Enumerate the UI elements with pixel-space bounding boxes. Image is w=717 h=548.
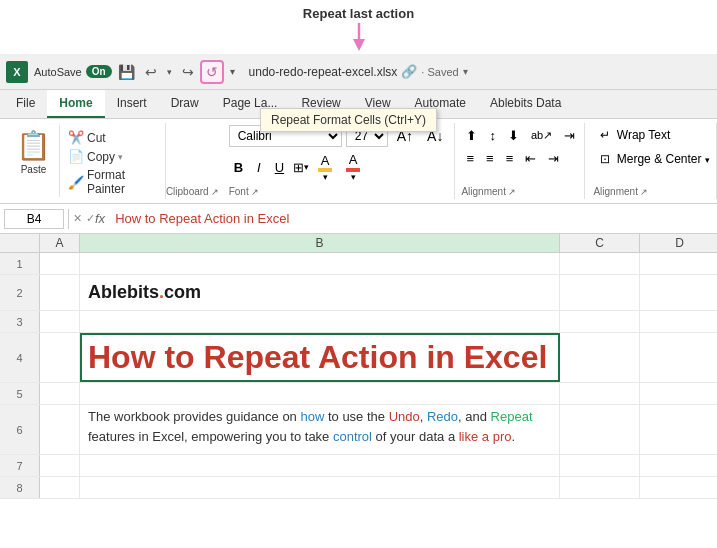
cut-button[interactable]: ✂️ Cut [66, 129, 157, 146]
cell-b2[interactable]: Ablebits.com [80, 275, 560, 310]
align-top-button[interactable]: ⬆ [461, 125, 482, 146]
font-expand-icon[interactable]: ↗ [251, 187, 259, 197]
cell-b1[interactable] [80, 253, 560, 274]
more-qa-button[interactable]: ▾ [226, 64, 239, 79]
align-center-button[interactable]: ≡ [481, 148, 499, 169]
cell-b7[interactable] [80, 455, 560, 476]
clipboard-expand-icon[interactable]: ↗ [211, 187, 219, 197]
cell-a8[interactable] [40, 477, 80, 498]
indent-dec-button[interactable]: ⇤ [520, 148, 541, 169]
cell-a6[interactable] [40, 405, 80, 454]
cell-b6[interactable]: The workbook provides guidance on how to… [80, 405, 560, 454]
save-chevron[interactable]: ▾ [463, 66, 468, 77]
redo-button[interactable]: ↪ [178, 62, 198, 82]
text-angle-button[interactable]: ab↗ [526, 126, 557, 145]
copy-icon: 📄 [68, 149, 84, 164]
col-header-c[interactable]: C [560, 234, 640, 252]
align-expand-icon[interactable]: ↗ [508, 187, 516, 197]
cell-a7[interactable] [40, 455, 80, 476]
cell-a5[interactable] [40, 383, 80, 404]
formula-input[interactable] [109, 211, 713, 226]
cell-d8[interactable] [640, 477, 717, 498]
align-bottom-button[interactable]: ⬇ [503, 125, 524, 146]
row-number: 1 [0, 253, 40, 274]
cell-c7[interactable] [560, 455, 640, 476]
cell-c4[interactable] [560, 333, 640, 382]
align-right-button[interactable]: ≡ [501, 148, 519, 169]
annotation-label: Repeat last action [0, 0, 717, 23]
copy-label: Copy [87, 150, 115, 164]
repeat-button[interactable]: ↺ [200, 60, 224, 84]
cell-d6[interactable] [640, 405, 717, 454]
clipboard-label: Clipboard [166, 186, 209, 197]
cell-reference-input[interactable] [4, 209, 64, 229]
cell-b8[interactable] [80, 477, 560, 498]
col-header-a[interactable]: A [40, 234, 80, 252]
format-painter-button[interactable]: 🖌️ Format Painter [66, 167, 157, 197]
row-number: 5 [0, 383, 40, 404]
tab-insert[interactable]: Insert [105, 90, 159, 118]
indent-increase-button[interactable]: ⇥ [559, 125, 580, 146]
fill-color-button[interactable]: A ▾ [313, 151, 337, 184]
clipboard-group: 📋 Paste ✂️ Cut 📄 Copy ▾ 🖌️ Format Painte… [0, 123, 166, 199]
col-header-d[interactable]: D [640, 234, 717, 252]
font-label: Font [229, 186, 249, 197]
fill-dropdown[interactable]: ▾ [323, 172, 328, 182]
cell-c2[interactable] [560, 275, 640, 310]
font-color-dropdown[interactable]: ▾ [351, 172, 356, 182]
paste-label: Paste [21, 164, 47, 175]
wrap-text-button[interactable]: ↵ Wrap Text [593, 125, 677, 145]
wm-expand-icon[interactable]: ↗ [640, 187, 648, 197]
copy-dropdown[interactable]: ▾ [118, 152, 123, 162]
cell-a4[interactable] [40, 333, 80, 382]
undo-button[interactable]: ↩ [141, 62, 161, 82]
cell-c1[interactable] [560, 253, 640, 274]
cell-b4[interactable]: How to Repeat Action in Excel [80, 333, 560, 382]
autosave-toggle[interactable]: On [86, 65, 112, 78]
merge-dropdown[interactable]: ▾ [705, 155, 710, 165]
italic-button[interactable]: I [252, 158, 266, 177]
cell-d1[interactable] [640, 253, 717, 274]
cell-c6[interactable] [560, 405, 640, 454]
fx-label: fx [95, 211, 105, 226]
col-header-b[interactable]: B [80, 234, 560, 252]
border-dropdown[interactable]: ▾ [304, 162, 309, 172]
tooltip: Repeat Format Cells (Ctrl+Y) [260, 108, 437, 132]
align-row2: ≡ ≡ ≡ ⇤ ⇥ [461, 148, 578, 169]
cell-a3[interactable] [40, 311, 80, 332]
align-left-button[interactable]: ≡ [461, 148, 479, 169]
cell-c3[interactable] [560, 311, 640, 332]
cell-a2[interactable] [40, 275, 80, 310]
cell-d7[interactable] [640, 455, 717, 476]
cell-b5[interactable] [80, 383, 560, 404]
cell-a1[interactable] [40, 253, 80, 274]
tooltip-text: Repeat Format Cells (Ctrl+Y) [271, 113, 426, 127]
merge-center-button[interactable]: ⊡ Merge & Center ▾ [593, 149, 716, 169]
cell-d4[interactable] [640, 333, 717, 382]
wm-group-footer: Alignment ↗ [593, 186, 708, 197]
font-color-button[interactable]: A ▾ [341, 150, 365, 184]
cell-d2[interactable] [640, 275, 717, 310]
column-headers: A B C D E [0, 234, 717, 253]
cell-d5[interactable] [640, 383, 717, 404]
tab-file[interactable]: File [4, 90, 47, 118]
align-middle-button[interactable]: ↕ [484, 125, 501, 146]
copy-button[interactable]: 📄 Copy ▾ [66, 148, 157, 165]
tab-draw[interactable]: Draw [159, 90, 211, 118]
cell-b3[interactable] [80, 311, 560, 332]
underline-button[interactable]: U [270, 158, 289, 177]
tab-ablebits[interactable]: Ablebits Data [478, 90, 573, 118]
corner-cell [0, 234, 40, 252]
tab-home[interactable]: Home [47, 90, 104, 118]
row-number: 6 [0, 405, 40, 454]
indent-inc-button[interactable]: ⇥ [543, 148, 564, 169]
border-button[interactable]: ⊞ ▾ [293, 160, 309, 175]
undo-dropdown[interactable]: ▾ [163, 65, 176, 79]
cell-c8[interactable] [560, 477, 640, 498]
bold-button[interactable]: B [229, 158, 248, 177]
save-button[interactable]: 💾 [114, 62, 139, 82]
paste-button[interactable]: 📋 Paste [8, 125, 60, 197]
cell-c5[interactable] [560, 383, 640, 404]
cell-d3[interactable] [640, 311, 717, 332]
quick-access-toolbar: X AutoSave On 💾 ↩ ▾ ↪ ↺ ▾ undo-redo-repe… [0, 54, 717, 90]
